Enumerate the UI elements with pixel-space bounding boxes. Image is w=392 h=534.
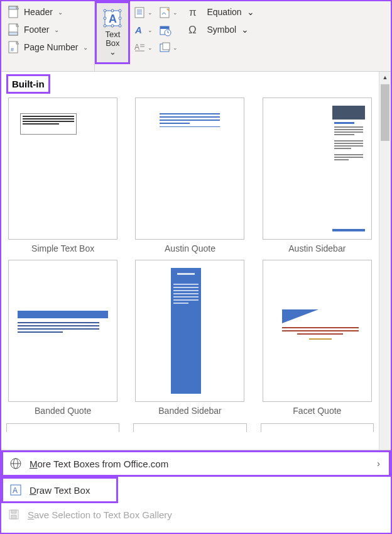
- symbol-icon: Ω: [188, 23, 202, 36]
- page-number-label: Page Number: [24, 42, 78, 52]
- caption: Banded Quote: [35, 406, 91, 416]
- chevron-down-icon: ⌄: [241, 25, 249, 35]
- quick-parts-icon: [134, 6, 146, 19]
- gallery-item-facet-quote[interactable]: Facet Quote: [261, 260, 374, 416]
- symbol-button[interactable]: Ω Symbol ⌄: [188, 23, 254, 36]
- svg-rect-16: [135, 8, 144, 18]
- footer-label: Footer: [24, 25, 49, 35]
- text-box-icon: A: [103, 9, 122, 28]
- thumbnail: [8, 97, 117, 240]
- chevron-down-icon: ⌄: [173, 9, 178, 16]
- menu-label: MMore Text Boxes from Office.comore Text…: [30, 459, 168, 469]
- chevron-down-icon: ⌄: [54, 26, 59, 33]
- save-selection-item: SSave Selection to Text Box Galleryave S…: [1, 503, 391, 526]
- svg-point-11: [111, 9, 114, 12]
- scroll-up-arrow[interactable]: ▲: [379, 72, 391, 83]
- thumbnail: [135, 260, 244, 402]
- svg-text:A: A: [134, 25, 142, 35]
- gallery-row-truncated: [6, 423, 374, 432]
- footer-button[interactable]: Footer ⌄: [5, 21, 90, 38]
- thumbnail[interactable]: [261, 423, 374, 432]
- wordart-button[interactable]: A ⌄: [133, 23, 154, 38]
- svg-point-8: [119, 9, 121, 12]
- save-icon: [8, 508, 20, 521]
- symbol-label: Symbol: [207, 25, 236, 35]
- header-footer-group: Header ⌄ Footer ⌄ # Page Number ⌄: [1, 1, 95, 71]
- date-time-icon: [159, 24, 172, 36]
- caption: Facet Quote: [293, 406, 341, 416]
- page-number-button[interactable]: # Page Number ⌄: [5, 39, 90, 55]
- menu-label: SSave Selection to Text Box Galleryave S…: [28, 509, 172, 520]
- svg-rect-32: [163, 43, 170, 50]
- signature-button[interactable]: ⌄: [158, 5, 179, 20]
- chevron-down-icon: ⌄: [247, 7, 254, 17]
- chevron-down-icon: ⌄: [173, 45, 178, 51]
- menu-label: DDraw Text Boxraw Text Box: [30, 485, 90, 496]
- chevron-right-icon: ›: [377, 459, 380, 469]
- equation-icon: π: [188, 5, 202, 19]
- caption: Austin Quote: [165, 243, 215, 253]
- svg-point-9: [104, 25, 106, 27]
- date-time-button[interactable]: [158, 23, 179, 38]
- more-textboxes-item[interactable]: MMore Text Boxes from Office.comore Text…: [1, 450, 391, 477]
- thumbnail: [263, 97, 372, 240]
- header-label: Header: [24, 7, 53, 17]
- equation-button[interactable]: π Equation ⌄: [188, 5, 254, 19]
- text-box-label: Text Box ⌄: [103, 30, 122, 57]
- svg-text:#: #: [11, 47, 14, 53]
- ribbon: Header ⌄ Footer ⌄ # Page Number ⌄ A Text…: [1, 1, 391, 72]
- svg-text:A: A: [109, 13, 117, 25]
- thumbnail: [8, 260, 117, 402]
- gallery-item-banded-sidebar[interactable]: Banded Sidebar: [133, 260, 246, 416]
- gallery-grid: Simple Text Box Austin Quote: [6, 97, 374, 416]
- caption: Simple Text Box: [31, 243, 94, 253]
- caption: Austin Sidebar: [288, 243, 346, 253]
- gallery-item-simple-text-box[interactable]: Simple Text Box: [6, 97, 119, 253]
- caption: Banded Sidebar: [158, 406, 221, 416]
- svg-text:A: A: [13, 486, 18, 495]
- svg-point-14: [119, 17, 121, 19]
- signature-icon: [159, 6, 172, 19]
- globe-icon: [9, 457, 22, 470]
- thumbnail[interactable]: [6, 423, 119, 432]
- gallery-item-austin-quote[interactable]: Austin Quote: [133, 97, 246, 253]
- draw-textbox-icon: A: [9, 484, 22, 496]
- thumbnail: [135, 97, 244, 240]
- quick-parts-button[interactable]: ⌄: [133, 5, 154, 20]
- thumbnail: [263, 260, 372, 402]
- page-number-icon: #: [8, 41, 20, 53]
- equation-label: Equation: [207, 7, 241, 17]
- svg-text:A: A: [134, 43, 139, 52]
- scroll-thumb[interactable]: [381, 84, 389, 141]
- gallery-footer-menu: MMore Text Boxes from Office.comore Text…: [1, 450, 391, 526]
- svg-text:π: π: [189, 6, 197, 18]
- draw-textbox-item[interactable]: A DDraw Text Boxraw Text Box: [1, 477, 118, 503]
- text-box-button[interactable]: A Text Box ⌄: [95, 1, 130, 64]
- object-button[interactable]: ⌄: [158, 40, 179, 55]
- chevron-down-icon: ⌄: [148, 45, 153, 51]
- chevron-down-icon: ⌄: [148, 9, 153, 16]
- symbols-group: π Equation ⌄ Ω Symbol ⌄: [182, 1, 260, 71]
- svg-text:Ω: Ω: [188, 24, 197, 36]
- svg-rect-23: [160, 26, 169, 29]
- svg-point-10: [119, 25, 121, 27]
- textbox-gallery: Built-in Simple Text Box Austin Quote: [1, 72, 391, 450]
- scrollbar[interactable]: ▲: [379, 72, 391, 450]
- header-icon: [8, 6, 20, 18]
- svg-rect-41: [11, 510, 16, 513]
- svg-rect-3: [9, 32, 18, 35]
- chevron-down-icon: ⌄: [148, 27, 153, 33]
- header-button[interactable]: Header ⌄: [5, 4, 90, 20]
- section-header: Built-in: [6, 74, 50, 94]
- object-icon: [159, 42, 172, 54]
- svg-point-7: [104, 9, 106, 12]
- thumbnail[interactable]: [133, 423, 246, 432]
- svg-point-13: [104, 17, 106, 19]
- gallery-item-banded-quote[interactable]: Banded Quote: [6, 260, 119, 416]
- drop-cap-icon: A: [134, 42, 146, 54]
- gallery-item-austin-sidebar[interactable]: Austin Sidebar: [261, 97, 374, 253]
- text-tools-group: ⌄ ⌄ A ⌄ A ⌄ ⌄: [130, 1, 182, 71]
- wordart-icon: A: [134, 24, 146, 36]
- svg-rect-42: [11, 515, 16, 519]
- drop-cap-button[interactable]: A ⌄: [133, 40, 154, 55]
